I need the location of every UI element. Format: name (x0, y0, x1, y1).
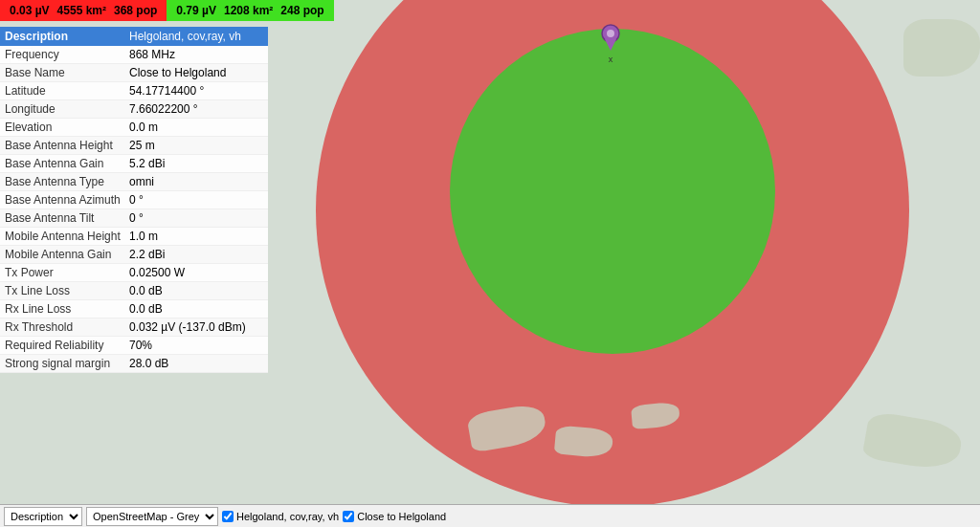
info-row-value: 54.17714400 ° (129, 84, 263, 98)
info-row: Rx Line Loss0.0 dB (0, 300, 268, 318)
info-row-label: Mobile Antenna Height (5, 230, 129, 243)
red-signal: 0.03 µV (10, 4, 50, 17)
info-row-label: Latitude (5, 84, 129, 98)
info-row: Base Antenna Height25 m (0, 137, 268, 155)
info-row-label: Elevation (5, 121, 129, 134)
layer1-label: Helgoland, cov,ray, vh (236, 511, 339, 522)
description-dropdown[interactable]: Description (4, 507, 82, 526)
info-row-value: 70% (129, 339, 263, 352)
info-panel: Description Helgoland, cov,ray, vh Frequ… (0, 27, 268, 373)
layer2-label: Close to Helgoland (357, 511, 446, 522)
info-rows: Frequency868 MHzBase NameClose to Helgol… (0, 46, 268, 373)
info-row: Elevation0.0 m (0, 119, 268, 137)
info-row: Base NameClose to Helgoland (0, 64, 268, 82)
info-row: Tx Line Loss0.0 dB (0, 282, 268, 300)
svg-point-1 (607, 30, 614, 37)
info-header-col2: Helgoland, cov,ray, vh (129, 30, 263, 43)
red-status: 0.03 µV 4555 km² 368 pop (0, 0, 167, 21)
pin-label: x (601, 55, 620, 64)
green-pop: 248 pop (280, 4, 323, 17)
green-status: 0.79 µV 1208 km² 248 pop (167, 0, 333, 21)
info-row-value: 0 ° (129, 193, 263, 207)
info-row-value: 0.02500 W (129, 266, 263, 279)
info-row: Base Antenna Typeomni (0, 173, 268, 191)
info-row-value: 0 ° (129, 211, 263, 225)
info-row-value: 0.0 m (129, 121, 263, 134)
red-area: 4555 km² (57, 4, 106, 17)
info-row: Tx Power0.02500 W (0, 264, 268, 282)
info-row-label: Rx Line Loss (5, 302, 129, 316)
info-row-label: Base Antenna Gain (5, 157, 129, 170)
info-header-col1: Description (5, 30, 129, 43)
info-row: Mobile Antenna Height1.0 m (0, 228, 268, 246)
info-row-label: Frequency (5, 48, 129, 61)
info-row: Frequency868 MHz (0, 46, 268, 64)
info-row-value: 0.0 dB (129, 302, 263, 316)
info-row-label: Base Antenna Height (5, 139, 129, 152)
info-row-value: 5.2 dBi (129, 157, 263, 170)
info-row-value: 0.032 µV (-137.0 dBm) (129, 320, 263, 334)
info-row-label: Tx Power (5, 266, 129, 279)
green-area: 1208 km² (224, 4, 273, 17)
info-row: Base Antenna Tilt0 ° (0, 209, 268, 228)
green-coverage-circle (450, 29, 775, 354)
info-row-label: Rx Threshold (5, 320, 129, 334)
layer1-checkbox-group: Helgoland, cov,ray, vh (222, 511, 339, 522)
pin-icon (601, 24, 620, 51)
info-row: Mobile Antenna Gain2.2 dBi (0, 246, 268, 264)
layer1-checkbox[interactable] (222, 511, 234, 522)
info-row-value: Close to Helgoland (129, 66, 263, 79)
info-row: Rx Threshold0.032 µV (-137.0 dBm) (0, 318, 268, 337)
info-row-value: 1.0 m (129, 230, 263, 243)
info-row-label: Strong signal margin (5, 357, 129, 370)
info-row: Latitude54.17714400 ° (0, 82, 268, 100)
svg-marker-2 (605, 39, 616, 51)
pin-marker: x (601, 24, 620, 64)
info-row-label: Base Name (5, 66, 129, 79)
info-row-label: Tx Line Loss (5, 284, 129, 297)
info-row-value: 7.66022200 ° (129, 102, 263, 116)
green-signal: 0.79 µV (176, 4, 216, 17)
info-row-value: 25 m (129, 139, 263, 152)
info-panel-header: Description Helgoland, cov,ray, vh (0, 27, 268, 46)
bottom-toolbar: Description OpenStreetMap - Grey Helgola… (0, 504, 980, 527)
info-row-label: Base Antenna Tilt (5, 211, 129, 225)
info-row-label: Base Antenna Azimuth (5, 193, 129, 207)
info-row: Required Reliability70% (0, 337, 268, 355)
info-row-value: 0.0 dB (129, 284, 263, 297)
land-patch (903, 19, 980, 77)
map-style-dropdown[interactable]: OpenStreetMap - Grey (86, 507, 218, 526)
top-status-bar: 0.03 µV 4555 km² 368 pop 0.79 µV 1208 km… (0, 0, 980, 21)
layer2-checkbox-group: Close to Helgoland (343, 511, 446, 522)
red-pop: 368 pop (114, 4, 157, 17)
info-row-value: 2.2 dBi (129, 248, 263, 261)
info-row-label: Longitude (5, 102, 129, 116)
info-row: Longitude7.66022200 ° (0, 100, 268, 119)
info-row: Base Antenna Gain5.2 dBi (0, 155, 268, 173)
layer2-checkbox[interactable] (343, 511, 354, 522)
info-row-value: 868 MHz (129, 48, 263, 61)
info-row-value: omni (129, 175, 263, 188)
info-row: Strong signal margin28.0 dB (0, 355, 268, 373)
info-row-label: Base Antenna Type (5, 175, 129, 188)
info-row-label: Required Reliability (5, 339, 129, 352)
info-row: Base Antenna Azimuth0 ° (0, 191, 268, 209)
info-row-label: Mobile Antenna Gain (5, 248, 129, 261)
info-row-value: 28.0 dB (129, 357, 263, 370)
